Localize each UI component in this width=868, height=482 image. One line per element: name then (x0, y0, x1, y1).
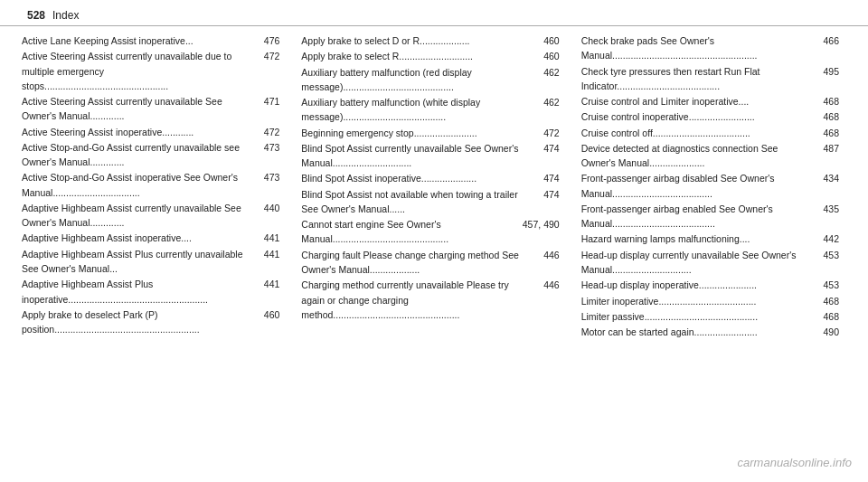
entry-text: Beginning emergency stop................… (301, 126, 533, 140)
entry-text: Active Steering Assist inoperative......… (22, 125, 254, 139)
entry-page-number: 487 (814, 141, 839, 156)
entry-page-number: 468 (814, 309, 839, 324)
entry-page-number: 471 (254, 94, 279, 109)
list-item: Apply brake to deselect Park (P) positio… (22, 307, 279, 337)
list-item: Motor can be started again..............… (581, 325, 839, 339)
entry-text: Charging method currently unavailable Pl… (301, 278, 533, 322)
entry-text: Active Lane Keeping Assist inoperative..… (22, 33, 254, 48)
entry-text: Blind Spot Assist currently unavailable … (301, 141, 533, 171)
entry-text: Active Stop-and-Go Assist currently unav… (22, 140, 254, 170)
entry-page-number: 495 (814, 64, 839, 79)
entry-text: Active Stop-and-Go Assist inoperative Se… (22, 170, 254, 200)
list-item: Active Steering Assist inoperative......… (22, 125, 279, 139)
list-item: Limiter inoperative.....................… (581, 294, 839, 308)
entry-page-number: 462 (534, 95, 560, 109)
entry-page-number: 472 (254, 125, 279, 139)
entry-page-number: 442 (814, 232, 839, 246)
entry-page-number: 441 (254, 231, 279, 245)
entry-text: Front-passenger airbag disabled See Owne… (581, 171, 814, 201)
list-item: Check tyre pressures then restart Run Fl… (581, 64, 839, 94)
entry-page-number: 441 (254, 247, 279, 261)
entry-page-number: 453 (814, 248, 839, 262)
list-item: Charging method currently unavailable Pl… (301, 278, 559, 322)
entry-page-number: 468 (814, 109, 839, 124)
list-item: Adaptive Highbeam Assist Plus currently … (22, 247, 279, 277)
entry-text: Head-up display inoperative.............… (581, 278, 814, 292)
page-title: Index (52, 9, 79, 22)
entry-page-number: 474 (534, 171, 560, 185)
entry-text: Adaptive Highbeam Assist inoperative.... (22, 231, 254, 245)
list-item: Active Steering Assist currently unavail… (22, 94, 279, 124)
entry-page-number: 490 (814, 325, 839, 339)
list-item: Blind Spot Assist currently unavailable … (301, 141, 559, 171)
list-item: Adaptive Highbeam Assist currently unava… (22, 201, 279, 231)
entry-page-number: 435 (814, 202, 839, 216)
list-item: Head-up display currently unavailable Se… (581, 248, 839, 278)
entry-text: Front-passenger airbag enabled See Owner… (581, 202, 814, 232)
entry-text: Cruise control off......................… (581, 126, 814, 140)
list-item: Apply brake to select D or R............… (301, 33, 559, 48)
entry-text: Device detected at diagnostics connectio… (581, 141, 814, 171)
list-item: Cruise control off......................… (581, 126, 839, 140)
list-item: Device detected at diagnostics connectio… (581, 141, 839, 171)
entry-text: Apply brake to deselect Park (P) positio… (22, 307, 254, 337)
column-2: Apply brake to select D or R............… (290, 33, 570, 340)
entry-page-number: 460 (534, 49, 560, 63)
entry-text: Cannot start engine See Owner's Manual..… (301, 217, 522, 247)
list-item: Beginning emergency stop................… (301, 126, 559, 140)
entry-text: Check tyre pressures then restart Run Fl… (581, 64, 814, 94)
entry-page-number: 468 (814, 294, 839, 308)
entry-text: Adaptive Highbeam Assist Plus currently … (22, 247, 254, 277)
list-item: Check brake pads See Owner's Manual.....… (581, 33, 839, 63)
list-item: Adaptive Highbeam Assist Plus inoperativ… (22, 277, 279, 307)
list-item: Limiter passive.........................… (581, 309, 839, 324)
entry-text: Charging fault Please change charging me… (301, 248, 533, 278)
entry-text: Head-up display currently unavailable Se… (581, 248, 814, 278)
entry-page-number: 462 (534, 65, 560, 80)
index-columns: Active Lane Keeping Assist inoperative..… (0, 33, 868, 340)
entry-page-number: 446 (534, 248, 560, 262)
entry-page-number: 472 (534, 126, 560, 140)
list-item: Active Stop-and-Go Assist inoperative Se… (22, 170, 279, 200)
list-item: Head-up display inoperative.............… (581, 278, 839, 292)
entry-text: Motor can be started again..............… (581, 325, 814, 339)
entry-page-number: 446 (534, 278, 560, 292)
entry-text: Apply brake to select D or R............… (301, 33, 533, 48)
entry-page-number: 468 (814, 126, 839, 140)
column-3: Check brake pads See Owner's Manual.....… (571, 33, 850, 340)
list-item: Cruise control and Limiter inoperative..… (581, 94, 839, 109)
entry-page-number: 473 (254, 140, 279, 155)
list-item: Auxiliary battery malfunction (red displ… (301, 65, 559, 95)
entry-text: Cruise control and Limiter inoperative..… (581, 94, 814, 109)
list-item: Front-passenger airbag enabled See Owner… (581, 202, 839, 232)
entry-page-number: 440 (254, 201, 279, 215)
list-item: Auxiliary battery malfunction (white dis… (301, 95, 559, 125)
list-item: Blind Spot Assist inoperative...........… (301, 171, 559, 185)
column-1: Active Lane Keeping Assist inoperative..… (18, 33, 290, 340)
list-item: Adaptive Highbeam Assist inoperative....… (22, 231, 279, 245)
list-item: Active Steering Assist currently unavail… (22, 49, 279, 93)
entry-text: Auxiliary battery malfunction (red displ… (301, 65, 533, 95)
entry-text: Cruise control inoperative..............… (581, 109, 814, 124)
list-item: Charging fault Please change charging me… (301, 248, 559, 278)
entry-page-number: 473 (254, 170, 279, 184)
entry-page-number: 441 (254, 277, 279, 291)
list-item: Cannot start engine See Owner's Manual..… (301, 217, 559, 247)
page-header: 528 Index (0, 0, 868, 26)
list-item: Apply brake to select R.................… (301, 49, 559, 63)
entry-page-number: 472 (254, 49, 279, 63)
entry-text: Blind Spot Assist inoperative...........… (301, 171, 533, 185)
entry-page-number: 460 (534, 33, 560, 48)
entry-text: Limiter passive.........................… (581, 309, 814, 324)
entry-page-number: 460 (254, 307, 279, 322)
entry-text: Blind Spot Assist not available when tow… (301, 187, 533, 217)
entry-page-number: 468 (814, 94, 839, 109)
entry-page-number: 434 (814, 171, 839, 185)
entry-text: Active Steering Assist currently unavail… (22, 94, 254, 124)
entry-page-number: 457, 490 (523, 217, 560, 232)
page-number: 528 (27, 9, 45, 22)
entry-text: Hazard warning lamps malfunctioning.... (581, 232, 814, 246)
entry-text: Apply brake to select R.................… (301, 49, 533, 63)
list-item: Front-passenger airbag disabled See Owne… (581, 171, 839, 201)
list-item: Cruise control inoperative..............… (581, 109, 839, 124)
